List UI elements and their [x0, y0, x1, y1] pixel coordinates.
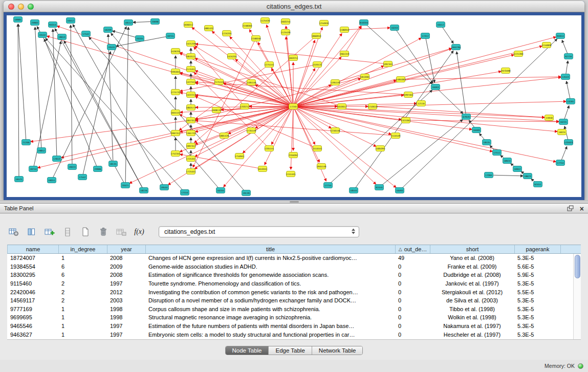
graph-node[interactable]: 1961319	[339, 51, 349, 57]
graph-node[interactable]: 2091843	[170, 69, 180, 75]
graph-node[interactable]: 1908132	[211, 107, 221, 113]
graph-node[interactable]: 2204097	[288, 152, 298, 158]
column-header-short[interactable]: short	[430, 245, 515, 253]
column-header-out-de-[interactable]: △out_de…	[396, 245, 430, 253]
create-column-button[interactable]	[43, 226, 56, 238]
graph-node[interactable]: 19544	[160, 185, 169, 190]
graph-node[interactable]: 1125439	[280, 30, 290, 35]
graph-node[interactable]: 1752341	[170, 151, 180, 157]
graph-node[interactable]: 1097463	[403, 92, 413, 98]
graph-node[interactable]: 92450	[375, 185, 384, 190]
graph-node[interactable]: 67919	[462, 114, 471, 120]
graph-node[interactable]: 1210618	[367, 104, 377, 110]
graph-node[interactable]: 1361732	[186, 130, 195, 136]
column-header-in-degree[interactable]: in_degree	[59, 245, 107, 253]
graph-node[interactable]: 12116	[417, 101, 426, 106]
graph-node[interactable]: 20532	[38, 32, 47, 38]
table-row[interactable]: 1830029562008Estimation of significance …	[7, 271, 581, 279]
graph-node[interactable]: 92451	[534, 182, 542, 187]
graph-node[interactable]: 16412	[67, 18, 75, 24]
graph-node[interactable]: 2175312	[186, 67, 195, 72]
close-window-button[interactable]	[8, 4, 14, 10]
graph-node[interactable]: 1426204	[170, 49, 180, 54]
column-header-pagerank[interactable]: pagerank	[515, 245, 561, 253]
network-view-canvas[interactable]: 1724016106121195149132013216632511275141…	[4, 12, 584, 200]
graph-node[interactable]: 1997312	[170, 130, 180, 136]
graph-node[interactable]: 16203	[390, 25, 399, 31]
column-header-name[interactable]: name	[8, 245, 59, 253]
graph-node[interactable]: 1725341	[186, 156, 195, 162]
table-row[interactable]: 1872400712008Changes of HCN gene express…	[7, 254, 581, 262]
graph-node[interactable]: 1735149	[246, 128, 256, 134]
graph-node[interactable]: 818304	[360, 20, 368, 26]
graph-node[interactable]: 18226	[140, 188, 148, 193]
graph-node[interactable]: 2248060	[242, 23, 252, 29]
window-titlebar[interactable]: citations_edges.txt	[4, 1, 584, 12]
graph-node[interactable]: 19139	[242, 190, 251, 196]
graph-node[interactable]: 1275141	[264, 62, 274, 68]
graph-node[interactable]: 1195149	[330, 80, 340, 85]
graph-node[interactable]: 16493	[396, 188, 404, 193]
graph-node[interactable]: 14543	[561, 74, 570, 80]
graph-node[interactable]: 18653	[58, 34, 67, 40]
graph-node[interactable]: 1421209	[186, 41, 195, 47]
graph-node[interactable]: 16463	[431, 84, 440, 90]
function-builder-button[interactable]: f(x)	[133, 226, 146, 238]
table-row[interactable]: 2242004622012Investigating the contribut…	[7, 288, 581, 296]
graph-node[interactable]: 1845103	[170, 110, 180, 116]
float-panel-icon[interactable]	[567, 204, 574, 213]
table-row[interactable]: 911546021997Tourette syndrome. Phenomeno…	[7, 279, 581, 288]
graph-node[interactable]: 16412	[437, 22, 445, 28]
graph-node[interactable]: 1203212	[239, 104, 249, 110]
graph-node[interactable]: 1422213	[186, 92, 195, 98]
graph-node[interactable]: 16521	[15, 177, 24, 182]
zoom-window-button[interactable]	[28, 4, 34, 10]
graph-node[interactable]: 1151445	[286, 171, 295, 177]
graph-node[interactable]: 2175141	[214, 79, 224, 85]
graph-node[interactable]: 17754	[324, 183, 333, 188]
table-row[interactable]: 977716911998Corpus callosum shape and si…	[7, 305, 581, 314]
graph-node[interactable]: 120403	[564, 140, 573, 145]
new-table-button[interactable]	[79, 226, 92, 238]
graph-node[interactable]: 1881439	[219, 133, 229, 139]
graph-node[interactable]: 19023	[68, 164, 77, 170]
graph-node[interactable]: 17542	[82, 31, 91, 37]
delete-column-button[interactable]	[97, 226, 110, 238]
graph-node[interactable]: 16985	[14, 17, 23, 23]
column-header-title[interactable]: title	[146, 245, 396, 253]
graph-node[interactable]: 1610612	[337, 104, 346, 110]
minimize-window-button[interactable]	[18, 4, 24, 10]
graph-node[interactable]: 1866950	[311, 33, 321, 39]
graph-node[interactable]: 17754	[556, 160, 565, 166]
graph-node[interactable]: 1997313	[186, 143, 195, 149]
graph-node[interactable]: 1663251	[288, 55, 298, 61]
graph-node[interactable]: 1185149	[246, 80, 256, 85]
graph-node[interactable]: 1847312	[186, 118, 195, 123]
graph-node[interactable]: 94314	[49, 22, 57, 28]
graph-node[interactable]: 20531	[107, 45, 116, 50]
graph-node[interactable]: 1725441	[186, 169, 195, 174]
column-header-year[interactable]: year	[107, 245, 146, 253]
graph-node[interactable]: 1424204	[227, 54, 236, 59]
graph-node[interactable]: 17084	[485, 172, 493, 178]
graph-node[interactable]: 1853121	[186, 54, 195, 59]
graph-node[interactable]: 16942	[513, 166, 522, 172]
graph-node[interactable]: 1754941	[234, 154, 244, 159]
table-mode-button[interactable]	[7, 226, 20, 238]
table-row[interactable]: 969969511998Structural magnetic resonanc…	[7, 313, 581, 322]
graph-node[interactable]: 17240	[289, 104, 298, 110]
graph-node[interactable]: 18112	[124, 20, 133, 26]
graph-node[interactable]: 18544	[350, 188, 358, 193]
graph-node[interactable]: 1485093	[375, 146, 385, 151]
graph-node[interactable]: 17653	[53, 156, 61, 162]
show-columns-button[interactable]	[25, 226, 38, 238]
graph-node[interactable]: 1944794	[451, 45, 461, 50]
table-select-dropdown[interactable]: citations_edges.txt	[159, 226, 359, 237]
import-table-button[interactable]	[115, 226, 128, 238]
graph-node[interactable]: 1254930	[319, 20, 329, 26]
graph-node[interactable]: 1205141	[264, 146, 274, 151]
graph-node[interactable]: 1606012	[183, 22, 193, 28]
graph-node[interactable]: 16469	[472, 127, 481, 133]
tab-node-table[interactable]: Node Table	[226, 346, 269, 355]
graph-node[interactable]: 20698	[151, 19, 160, 25]
